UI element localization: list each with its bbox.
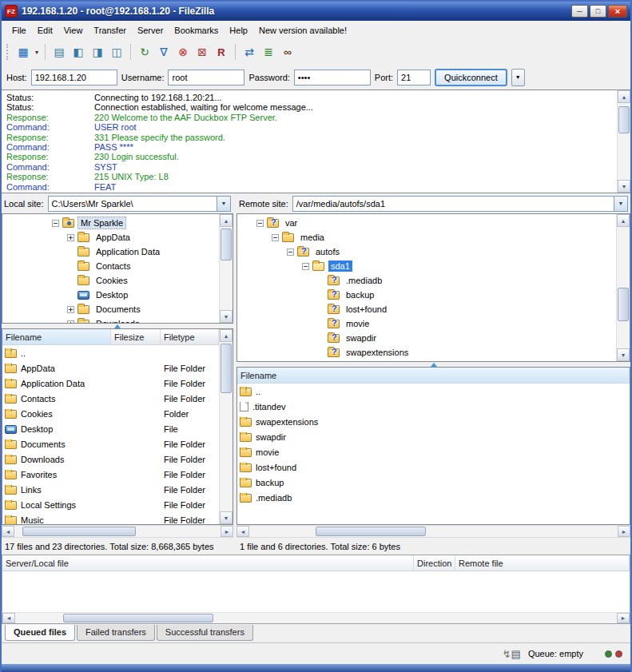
tree-item[interactable]: .mediadb <box>237 273 616 288</box>
filter-icon[interactable]: ∇ <box>154 43 173 61</box>
tree-item[interactable]: Contacts <box>2 259 219 273</box>
tree-item[interactable]: media <box>237 230 616 245</box>
file-row[interactable]: .. <box>237 384 630 399</box>
file-row[interactable]: Application Data File Folder <box>2 376 219 391</box>
disconnect-icon[interactable]: ⊠ <box>193 43 212 61</box>
horizontal-scrollbar[interactable]: ◄ ► <box>2 525 233 537</box>
password-input[interactable] <box>294 70 371 85</box>
site-manager-icon[interactable]: ▦ <box>14 43 33 61</box>
file-row[interactable]: Contacts File Folder <box>2 391 219 406</box>
expander-icon[interactable] <box>67 306 74 313</box>
toolbar-gripper[interactable] <box>6 44 10 60</box>
expander-icon[interactable] <box>302 263 309 270</box>
column-header-filetype[interactable]: Filetype <box>161 329 219 344</box>
scroll-left-icon[interactable]: ◄ <box>237 526 249 537</box>
scroll-up-icon[interactable]: ▲ <box>617 214 630 227</box>
column-header-filename[interactable]: Filename <box>2 329 111 344</box>
site-manager-dropdown-icon[interactable] <box>33 49 41 56</box>
expander-icon[interactable] <box>52 220 59 227</box>
scroll-left-icon[interactable]: ◄ <box>2 613 15 623</box>
vertical-scrollbar[interactable]: ▲ ▼ <box>219 329 233 524</box>
file-row[interactable]: Documents File Folder <box>2 436 219 451</box>
scroll-down-icon[interactable]: ▼ <box>617 348 630 361</box>
synchronized-browsing-icon[interactable]: ≣ <box>259 43 278 61</box>
file-row[interactable]: swapdir <box>237 429 630 444</box>
vertical-scrollbar[interactable]: ▲ ▼ <box>617 90 630 193</box>
horizontal-scrollbar[interactable]: ◄ ► <box>2 612 630 624</box>
column-header-remote-file[interactable]: Remote file <box>455 555 630 571</box>
speed-limit-icon[interactable]: ↯ <box>503 648 511 660</box>
file-row[interactable]: backup <box>237 475 630 490</box>
scrollbar-thumb[interactable] <box>618 106 630 133</box>
menu-item[interactable]: File <box>6 22 32 38</box>
tree-item[interactable]: Application Data <box>2 245 219 259</box>
column-header-filename[interactable]: Filename <box>237 368 630 383</box>
tree-item[interactable]: Mr Sparkle <box>2 216 219 230</box>
minimize-button[interactable] <box>571 5 588 18</box>
scroll-left-icon[interactable]: ◄ <box>2 526 14 537</box>
queue-tab[interactable]: Failed transfers <box>77 625 155 641</box>
scroll-up-icon[interactable]: ▲ <box>220 214 233 227</box>
tree-item[interactable]: Documents <box>2 302 219 316</box>
queue-tab[interactable]: Queued files <box>5 625 75 641</box>
refresh-icon[interactable]: ↻ <box>135 43 154 61</box>
scrollbar-thumb[interactable] <box>316 527 426 536</box>
tree-item[interactable]: Cookies <box>2 273 219 288</box>
close-button[interactable] <box>608 5 627 18</box>
file-row[interactable]: Music File Folder <box>2 512 219 524</box>
cancel-icon[interactable]: ⊗ <box>173 43 193 61</box>
menu-item[interactable]: Server <box>132 22 169 38</box>
tree-item[interactable]: Desktop <box>2 288 219 302</box>
tree-item[interactable]: lost+found <box>237 302 616 316</box>
file-row[interactable]: Cookies Folder <box>2 406 219 421</box>
scrollbar-thumb[interactable] <box>63 614 213 622</box>
scrollbar-thumb[interactable] <box>618 288 629 321</box>
column-header-filesize[interactable]: Filesize <box>111 329 161 344</box>
quickconnect-dropdown-icon[interactable] <box>511 69 525 86</box>
file-row[interactable]: Downloads File Folder <box>2 451 219 467</box>
menu-item[interactable]: Help <box>224 22 253 38</box>
tree-item[interactable]: Downloads <box>2 316 219 323</box>
file-row[interactable]: Links File Folder <box>2 482 219 497</box>
column-header-direction[interactable]: Direction <box>414 555 455 571</box>
menu-item[interactable]: View <box>58 22 89 38</box>
scroll-up-icon[interactable]: ▲ <box>618 90 630 103</box>
queue-icon[interactable]: ▤ <box>511 648 521 660</box>
file-row[interactable]: Local Settings File Folder <box>2 497 219 512</box>
tree-item[interactable]: var <box>237 216 616 230</box>
scroll-down-icon[interactable]: ▼ <box>220 310 233 323</box>
maximize-button[interactable] <box>590 5 606 18</box>
tree-item[interactable]: sda1 <box>237 259 616 273</box>
tree-item[interactable]: swapdir <box>237 331 616 345</box>
directory-comparison-icon[interactable]: ⇄ <box>240 43 259 61</box>
tree-item[interactable]: movie <box>237 316 616 331</box>
local-site-combobox[interactable]: C:\Users\Mr Sparkle\ <box>48 196 231 212</box>
transfer-queue-list[interactable] <box>2 571 630 612</box>
file-row[interactable]: Desktop File <box>2 421 219 436</box>
collapse-splitter-icon[interactable] <box>114 324 121 328</box>
queue-tab[interactable]: Successful transfers <box>157 625 253 641</box>
vertical-scrollbar[interactable]: ▲ ▼ <box>616 214 630 361</box>
expander-icon[interactable] <box>272 234 279 241</box>
scroll-up-icon[interactable]: ▲ <box>220 329 233 342</box>
scroll-right-icon[interactable]: ► <box>617 613 630 623</box>
expander-icon[interactable] <box>67 320 74 324</box>
tree-item[interactable]: backup <box>237 288 616 302</box>
scroll-down-icon[interactable]: ▼ <box>220 511 233 524</box>
username-input[interactable] <box>168 70 244 85</box>
menu-item[interactable]: New version available! <box>253 22 352 38</box>
tree-item[interactable]: AppData <box>2 230 219 245</box>
host-input[interactable] <box>31 70 117 85</box>
toggle-queue-icon[interactable]: ◫ <box>107 43 126 61</box>
file-row[interactable]: Favorites File Folder <box>2 467 219 482</box>
scroll-down-icon[interactable]: ▼ <box>618 180 630 193</box>
find-files-icon[interactable]: ∞ <box>278 43 297 61</box>
expander-icon[interactable] <box>67 234 74 241</box>
toggle-message-log-icon[interactable]: ▤ <box>50 43 69 61</box>
collapse-splitter-icon[interactable] <box>431 363 437 367</box>
scroll-right-icon[interactable]: ► <box>618 526 630 537</box>
toggle-local-tree-icon[interactable]: ◧ <box>69 43 88 61</box>
tree-item[interactable]: dvd <box>237 360 616 361</box>
menu-item[interactable]: Transfer <box>88 22 132 38</box>
tree-item[interactable]: autofs <box>237 245 616 259</box>
